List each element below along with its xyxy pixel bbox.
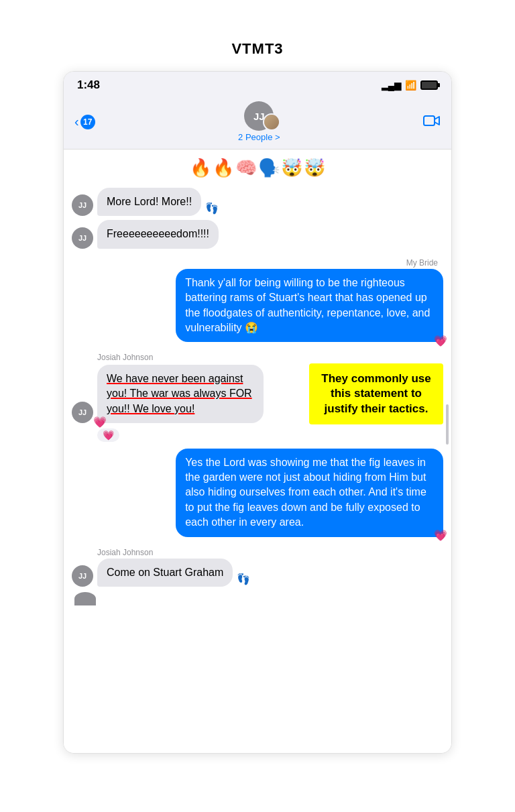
reaction-bubble: 💗 [97, 428, 119, 442]
bubble-msg3: Thank y'all for being willing to be the … [176, 269, 443, 343]
avatar-group: JJ [244, 101, 274, 131]
emoji-fire1: 🔥 [190, 158, 211, 178]
phone-frame: 1:48 ▂▄▆ 📶 ‹ 17 JJ 2 People > [63, 71, 452, 754]
back-button[interactable]: ‹ 17 [74, 114, 95, 129]
msg-avatar-jj4: JJ [72, 565, 93, 587]
page-wrapper: VTMT3 1:48 ▂▄▆ 📶 ‹ 17 JJ [0, 0, 515, 812]
bubble-msg4: We have never been against you! The war … [97, 365, 264, 423]
heart-reaction-msg3: 💗 [434, 334, 447, 349]
message-row-josiah1: JJ We have never been against you! The w… [72, 365, 302, 423]
message-row-freeedom: JJ Freeeeeeeeeedom!!!! [72, 220, 443, 248]
back-chevron-icon: ‹ [74, 114, 79, 129]
svg-rect-0 [424, 116, 435, 125]
page-title: VTMT3 [231, 40, 283, 58]
emoji-row: 🔥 🔥 🧠 🗣️ 🤯 🤯 [72, 158, 443, 178]
sender-label-josiah1: Josiah Johnson [97, 353, 443, 362]
nav-center: JJ 2 People > [238, 101, 280, 142]
bubble-msg6: Come on Stuart Graham [97, 559, 233, 587]
annotation-text: They commonly use this statement to just… [321, 372, 431, 414]
message-row: JJ More Lord! More!! 👣 [72, 188, 443, 216]
heart-reaction-msg4: 💗 [93, 415, 107, 430]
battery-icon [420, 80, 438, 90]
avatar-small [263, 113, 280, 131]
bubble-msg1: More Lord! More!! [97, 188, 201, 216]
emoji-explode1: 🤯 [281, 158, 302, 178]
signal-icon: ▂▄▆ [382, 80, 401, 91]
back-badge: 17 [80, 115, 95, 129]
bubble-text-msg2: Freeeeeeeeeedom!!!! [107, 228, 209, 239]
status-bar: 1:48 ▂▄▆ 📶 [64, 72, 451, 97]
emoji-explode2: 🤯 [304, 158, 325, 178]
sender-label-josiah2: Josiah Johnson [97, 548, 443, 557]
msg-avatar-jj2: JJ [72, 227, 93, 249]
bubble-text-msg6: Come on Stuart Graham [107, 567, 223, 578]
message-row-mybride: Thank y'all for being willing to be the … [72, 269, 443, 343]
bubble-text-msg3: Thank y'all for being willing to be the … [185, 277, 430, 333]
status-time: 1:48 [77, 78, 100, 92]
nav-people-label[interactable]: 2 People > [238, 132, 280, 142]
reaction-row: 💗 [97, 428, 443, 442]
message-row-stuartgraham: JJ Come on Stuart Graham 👣 [72, 559, 443, 587]
delivered-icon-msg1: 👣 [205, 202, 219, 215]
underlined-text-msg4: We have never been against you! The war … [107, 373, 252, 414]
bubble-text-msg5: Yes the Lord was showing me that the fig… [185, 457, 426, 528]
avatar-small-img [264, 115, 279, 129]
emoji-speak: 🗣️ [258, 158, 280, 178]
video-button[interactable] [423, 113, 441, 131]
emoji-fire2: 🔥 [213, 158, 234, 178]
chat-area: 🔥 🔥 🧠 🗣️ 🤯 🤯 JJ More Lord! More!! 👣 JJ [64, 150, 451, 753]
scroll-indicator[interactable] [446, 404, 449, 445]
msg-avatar-jj1: JJ [72, 194, 93, 216]
msg-with-annotation: JJ We have never been against you! The w… [72, 363, 443, 424]
nav-bar: ‹ 17 JJ 2 People > [64, 97, 451, 150]
partial-avatar [74, 592, 96, 605]
sender-label-mybride: My Bride [72, 258, 438, 268]
bubble-msg5: Yes the Lord was showing me that the fig… [176, 449, 443, 537]
status-icons: ▂▄▆ 📶 [382, 80, 438, 91]
emoji-brain: 🧠 [235, 158, 257, 178]
heart-reaction-msg5: 💗 [434, 528, 447, 543]
bubble-msg2: Freeeeeeeeeedom!!!! [97, 220, 219, 248]
bubble-text-msg1: More Lord! More!! [107, 196, 192, 207]
message-row-figleaves: Yes the Lord was showing me that the fig… [72, 449, 443, 537]
bubble-text-msg4: We have never been against you! The war … [107, 373, 252, 414]
wifi-icon: 📶 [405, 80, 416, 91]
delivered-icon-msg6: 👣 [237, 573, 250, 585]
annotation-box: They commonly use this statement to just… [309, 363, 443, 424]
partial-avatar-row [74, 592, 443, 605]
msg-avatar-jj3: JJ [72, 402, 93, 423]
